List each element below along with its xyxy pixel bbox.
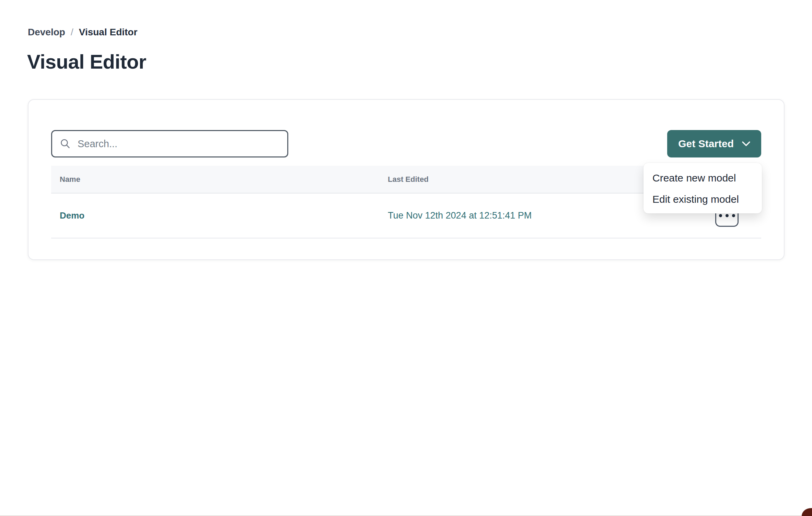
bottom-right-corner-shape [802, 508, 812, 516]
toolbar: Get Started [51, 130, 761, 157]
menu-item-create-new-model[interactable]: Create new model [643, 167, 762, 189]
breadcrumb-develop[interactable]: Develop [28, 27, 65, 38]
search-box[interactable] [51, 130, 288, 157]
get-started-button[interactable]: Get Started [667, 130, 761, 157]
column-header-name: Name [51, 175, 388, 184]
chevron-down-icon [742, 141, 750, 146]
get-started-dropdown-menu: Create new model Edit existing model [643, 163, 762, 213]
page: Develop / Visual Editor Visual Editor Ge… [0, 0, 812, 516]
page-title: Visual Editor [27, 50, 146, 73]
breadcrumb-separator: / [71, 27, 73, 38]
model-name-cell: Demo [51, 210, 388, 221]
search-icon [60, 138, 71, 149]
get-started-label: Get Started [678, 138, 734, 150]
search-input[interactable] [77, 138, 280, 150]
card-inner: Get Started Name Last Edited Demo Tue [28, 100, 784, 259]
breadcrumb-visual-editor: Visual Editor [79, 27, 138, 38]
models-card: Get Started Name Last Edited Demo Tue [28, 99, 785, 260]
model-name-link[interactable]: Demo [60, 210, 84, 221]
menu-item-edit-existing-model[interactable]: Edit existing model [643, 189, 762, 210]
ellipsis-icon [719, 214, 722, 217]
breadcrumb: Develop / Visual Editor [28, 27, 137, 38]
